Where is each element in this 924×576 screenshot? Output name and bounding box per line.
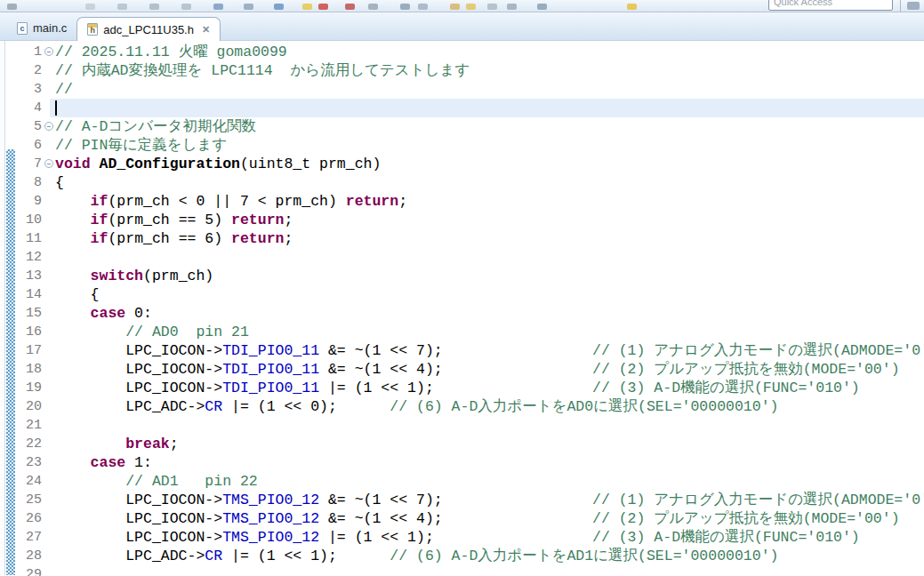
fold-collapse-icon[interactable] — [44, 122, 53, 131]
line-number[interactable]: 3 — [12, 80, 42, 99]
line-number[interactable]: 29 — [12, 565, 42, 576]
line-number[interactable]: 5 — [12, 117, 42, 136]
line-number[interactable]: 22 — [12, 435, 42, 453]
line-number[interactable]: 19 — [12, 379, 42, 397]
tab-label: adc_LPC11U35.h — [103, 23, 194, 36]
code-line[interactable]: if(prm_ch < 0 || 7 < prm_ch) return; — [55, 192, 407, 211]
line-number[interactable]: 26 — [12, 509, 42, 528]
code-editor[interactable]: 1234567891011121314151617181920212223242… — [0, 41, 924, 575]
code-line[interactable]: LPC_IOCON->TDI_PIO0_11 &= ~(1 << 7); // … — [55, 341, 924, 360]
code-line[interactable]: if(prm_ch == 6) return; — [55, 229, 293, 248]
text-cursor — [55, 100, 57, 116]
code-line[interactable]: // AD1 pin 22 — [55, 472, 258, 491]
tab-label: main.c — [33, 21, 67, 35]
line-number[interactable]: 8 — [12, 173, 42, 192]
line-number[interactable]: 2 — [12, 61, 42, 80]
unknown-toolbar-icon[interactable] — [7, 4, 17, 10]
current-line-highlight — [50, 99, 924, 117]
eclipse-window: Quick Access c main.c h adc_LPC11U35.h ✕… — [0, 0, 924, 575]
unknown-toolbar-icon[interactable] — [400, 4, 410, 10]
tab-adc-lpc11u35-h[interactable]: h adc_LPC11U35.h ✕ — [76, 17, 221, 41]
line-number[interactable]: 9 — [12, 192, 42, 211]
unknown-toolbar-icon[interactable] — [302, 4, 312, 10]
line-number[interactable]: 28 — [12, 547, 42, 565]
code-line[interactable]: // — [55, 80, 73, 99]
code-line[interactable]: // AD0 pin 21 — [55, 323, 249, 341]
unknown-toolbar-icon[interactable] — [149, 4, 159, 10]
code-line[interactable]: LPC_ADC->CR |= (1 << 0); // (6) A-D入力ポート… — [55, 397, 778, 416]
main-toolbar: Quick Access — [0, 0, 924, 12]
code-line[interactable]: // 内蔵AD変換処理を LPC1114 から流用してテストします — [55, 61, 470, 80]
unknown-toolbar-icon[interactable] — [318, 4, 328, 10]
unknown-toolbar-icon[interactable] — [507, 4, 517, 10]
line-number[interactable]: 25 — [12, 491, 42, 509]
line-number[interactable]: 15 — [12, 304, 42, 323]
c-file-icon: c — [17, 22, 28, 35]
unknown-toolbar-icon[interactable] — [466, 4, 476, 10]
tab-main-c[interactable]: c main.c — [7, 16, 76, 40]
quick-access-input[interactable]: Quick Access — [768, 0, 893, 11]
line-number[interactable]: 21 — [12, 416, 42, 435]
code-line[interactable]: break; — [55, 435, 179, 453]
quick-access-placeholder: Quick Access — [774, 0, 832, 7]
code-line[interactable]: // PIN毎に定義をします — [55, 136, 227, 155]
code-line[interactable]: if(prm_ch == 5) return; — [55, 211, 293, 229]
code-line[interactable]: case 1: — [55, 453, 152, 472]
close-icon[interactable]: ✕ — [202, 24, 210, 36]
code-line[interactable]: { — [55, 285, 100, 304]
line-number[interactable]: 24 — [12, 472, 42, 491]
line-number[interactable]: 16 — [12, 323, 42, 341]
line-number[interactable]: 12 — [12, 248, 42, 267]
line-number[interactable]: 11 — [12, 229, 42, 248]
unknown-toolbar-icon[interactable] — [345, 4, 355, 10]
line-number[interactable]: 18 — [12, 360, 42, 379]
line-number[interactable]: 17 — [12, 341, 42, 360]
code-line[interactable]: LPC_IOCON->TMS_PIO0_12 &= ~(1 << 4); // … — [55, 509, 900, 528]
line-number[interactable]: 7 — [12, 155, 42, 173]
code-line[interactable]: LPC_IOCON->TDI_PIO0_11 |= (1 << 1); // (… — [55, 379, 860, 397]
editor-tabbar: c main.c h adc_LPC11U35.h ✕ — [0, 12, 924, 41]
unknown-toolbar-icon[interactable] — [85, 4, 95, 10]
line-number[interactable]: 4 — [12, 99, 42, 117]
code-line[interactable]: case 0: — [55, 304, 152, 323]
line-number[interactable]: 27 — [12, 528, 42, 547]
unknown-toolbar-icon[interactable] — [244, 4, 253, 10]
code-line[interactable]: LPC_IOCON->TMS_PIO0_12 &= ~(1 << 7); // … — [55, 491, 924, 509]
fold-collapse-icon[interactable] — [44, 47, 53, 56]
unknown-toolbar-icon[interactable] — [537, 4, 547, 10]
annotation-ruler[interactable] — [0, 41, 5, 575]
unknown-toolbar-icon[interactable] — [117, 4, 127, 10]
code-line[interactable]: // 2025.11.11 火曜 goma0099 — [55, 43, 287, 61]
unknown-toolbar-icon[interactable] — [213, 4, 223, 10]
code-line[interactable]: LPC_IOCON->TDI_PIO0_11 &= ~(1 << 4); // … — [55, 360, 900, 379]
code-line[interactable]: switch(prm_ch) — [55, 267, 213, 285]
code-line[interactable]: LPC_IOCON->TMS_PIO0_12 |= (1 << 1); // (… — [55, 528, 860, 547]
unknown-toolbar-icon[interactable] — [627, 4, 637, 10]
line-number[interactable]: 1 — [12, 43, 42, 61]
fold-collapse-icon[interactable] — [44, 159, 53, 168]
unknown-toolbar-icon[interactable] — [418, 4, 428, 10]
line-number[interactable]: 10 — [12, 211, 42, 229]
unknown-toolbar-icon[interactable] — [274, 4, 284, 10]
line-number[interactable]: 20 — [12, 397, 42, 416]
unknown-toolbar-icon[interactable] — [450, 4, 460, 10]
code-line[interactable]: { — [55, 173, 64, 192]
unknown-toolbar-icon[interactable] — [487, 4, 497, 10]
code-line[interactable]: LPC_ADC->CR |= (1 << 1); // (6) A-D入力ポート… — [55, 547, 778, 565]
line-number[interactable]: 23 — [12, 453, 42, 472]
line-number[interactable]: 13 — [12, 267, 42, 285]
h-file-icon: h — [87, 23, 98, 36]
code-line[interactable]: // A-Dコンバータ初期化関数 — [55, 117, 256, 136]
unknown-toolbar-icon[interactable] — [181, 4, 191, 10]
code-line[interactable]: void AD_Configuration(uint8_t prm_ch) — [55, 155, 381, 173]
unknown-toolbar-icon[interactable] — [368, 4, 378, 10]
line-number[interactable]: 6 — [12, 136, 42, 155]
line-number[interactable]: 14 — [12, 285, 42, 304]
perspective-icon[interactable] — [907, 2, 920, 10]
toolbar-separator — [900, 0, 901, 12]
